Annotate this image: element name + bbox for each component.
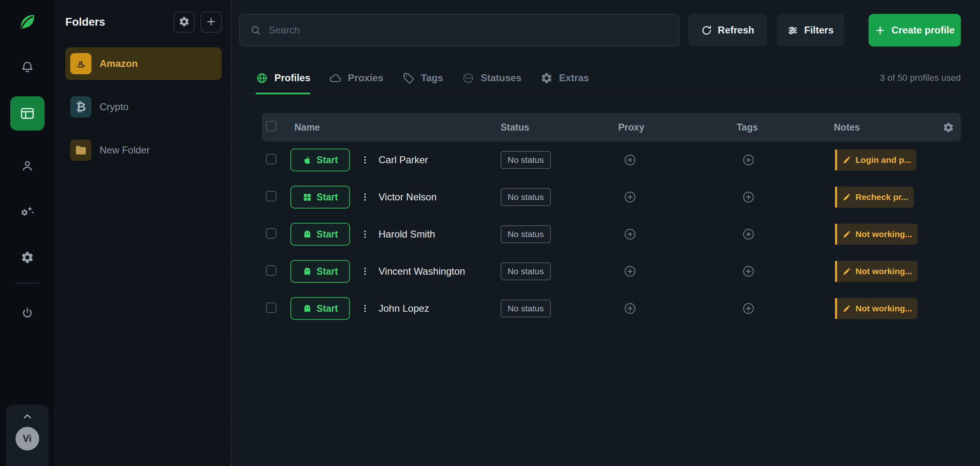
- note-badge[interactable]: Not working...: [835, 224, 935, 245]
- table-row: StartCarl ParkerNo statusLogin and p...: [262, 142, 961, 179]
- add-tag-button[interactable]: [739, 153, 754, 167]
- row-checkbox[interactable]: [266, 302, 276, 313]
- add-proxy-button[interactable]: [621, 301, 635, 316]
- svg-text:a: a: [78, 58, 83, 67]
- globe-icon: [256, 72, 268, 84]
- add-proxy-button[interactable]: [621, 190, 635, 204]
- folder-label: New Folder: [100, 144, 150, 156]
- browser-window-icon: [19, 105, 36, 122]
- add-proxy-button[interactable]: [621, 264, 635, 279]
- add-tag-button[interactable]: [739, 190, 754, 204]
- profiles-table: Name Status Proxy Tags Notes StartCarl P…: [262, 113, 961, 327]
- create-profile-label: Create profile: [891, 24, 955, 36]
- start-label: Start: [316, 155, 338, 166]
- column-header-name: Name: [290, 122, 501, 133]
- add-tag-button[interactable]: [739, 227, 754, 242]
- accounts-person-icon[interactable]: [19, 158, 36, 174]
- filters-label: Filters: [804, 24, 833, 36]
- row-checkbox[interactable]: [266, 228, 276, 239]
- start-label: Start: [316, 192, 338, 203]
- folder-item-crypto[interactable]: ₿Crypto: [65, 91, 222, 123]
- refresh-label: Refresh: [718, 24, 754, 36]
- select-all-checkbox[interactable]: [266, 121, 276, 131]
- row-menu-button[interactable]: [357, 227, 370, 242]
- row-menu-button[interactable]: [357, 190, 370, 204]
- pencil-icon: [842, 155, 851, 164]
- table-body: StartCarl ParkerNo statusLogin and p...S…: [262, 142, 961, 327]
- folder-item-new-folder[interactable]: New Folder: [65, 134, 222, 166]
- table-row: StartVictor NelsonNo statusRecheck pr...: [262, 179, 961, 216]
- tab-proxies[interactable]: Proxies: [329, 62, 383, 94]
- filters-button[interactable]: Filters: [777, 14, 844, 47]
- tab-label: Extras: [559, 72, 589, 84]
- windows-icon: [302, 192, 312, 202]
- start-label: Start: [316, 266, 338, 277]
- tab-tags[interactable]: Tags: [402, 62, 443, 94]
- row-menu-button[interactable]: [357, 301, 370, 316]
- folder-icon: [70, 140, 91, 161]
- row-menu-button[interactable]: [357, 153, 370, 167]
- notifications-bell-icon[interactable]: [19, 59, 36, 75]
- start-button[interactable]: Start: [290, 149, 350, 171]
- app-window: Vi Folders aAmazon₿CryptoNew Folder: [0, 0, 980, 466]
- main-content: Refresh Filters Create profile ProfilesP…: [232, 0, 980, 466]
- status-badge[interactable]: No status: [501, 300, 551, 317]
- tab-extras[interactable]: Extras: [540, 62, 589, 94]
- note-text: Login and p...: [855, 155, 911, 165]
- tab-statuses[interactable]: Statuses: [462, 62, 521, 94]
- note-badge[interactable]: Login and p...: [835, 149, 935, 171]
- folder-item-amazon[interactable]: aAmazon: [65, 47, 222, 80]
- profile-name: Vincent Washington: [379, 266, 465, 277]
- ghost-icon: [302, 229, 312, 240]
- status-badge[interactable]: No status: [501, 188, 551, 206]
- tab-label: Profiles: [274, 72, 310, 84]
- folder-label: Amazon: [100, 58, 138, 69]
- start-button[interactable]: Start: [290, 297, 350, 320]
- note-badge[interactable]: Not working...: [835, 298, 935, 319]
- search-input[interactable]: [268, 24, 669, 36]
- folder-list: aAmazon₿CryptoNew Folder: [65, 47, 222, 166]
- create-profile-button[interactable]: Create profile: [869, 14, 961, 47]
- settings-gear-icon[interactable]: [19, 249, 36, 266]
- note-badge[interactable]: Recheck pr...: [835, 186, 935, 208]
- refresh-button[interactable]: Refresh: [688, 14, 767, 47]
- add-tag-button[interactable]: [739, 264, 754, 279]
- search-box: [239, 14, 679, 47]
- power-icon[interactable]: [19, 305, 36, 321]
- tab-profiles[interactable]: Profiles: [256, 62, 310, 94]
- status-badge[interactable]: No status: [501, 151, 551, 169]
- row-menu-button[interactable]: [357, 264, 370, 279]
- tabs: ProfilesProxiesTagsStatusesExtras: [256, 62, 608, 94]
- add-tag-button[interactable]: [739, 301, 754, 316]
- note-text: Not working...: [855, 229, 912, 239]
- note-text: Not working...: [855, 304, 912, 313]
- add-folder-button[interactable]: [200, 11, 222, 33]
- automation-gear-icon[interactable]: [19, 204, 36, 220]
- start-button[interactable]: Start: [290, 223, 350, 246]
- row-checkbox[interactable]: [266, 265, 276, 276]
- row-checkbox[interactable]: [266, 191, 276, 202]
- note-badge[interactable]: Not working...: [835, 261, 935, 282]
- row-checkbox[interactable]: [266, 154, 276, 164]
- tag-icon: [402, 72, 415, 84]
- add-proxy-button[interactable]: [621, 153, 635, 167]
- table-settings-gear-icon[interactable]: [935, 122, 961, 133]
- note-text: Recheck pr...: [855, 192, 909, 202]
- start-label: Start: [316, 229, 338, 240]
- folders-settings-button[interactable]: [174, 11, 195, 33]
- avatar[interactable]: Vi: [16, 427, 39, 450]
- refresh-icon: [701, 25, 712, 36]
- status-badge[interactable]: No status: [501, 225, 551, 243]
- profile-name: Harold Smith: [379, 229, 435, 240]
- status-badge[interactable]: No status: [501, 262, 551, 280]
- chevron-up-icon[interactable]: [19, 410, 36, 424]
- profile-name: John Lopez: [379, 303, 429, 314]
- rail-item-profiles[interactable]: [10, 96, 45, 131]
- start-button[interactable]: Start: [290, 260, 350, 283]
- table-row: StartJohn LopezNo statusNot working...: [262, 290, 961, 327]
- start-button[interactable]: Start: [290, 186, 350, 209]
- add-proxy-button[interactable]: [621, 227, 635, 242]
- folders-panel: Folders aAmazon₿CryptoNew Folder: [55, 0, 232, 466]
- note-text: Not working...: [855, 266, 912, 276]
- user-panel: Vi: [6, 405, 49, 466]
